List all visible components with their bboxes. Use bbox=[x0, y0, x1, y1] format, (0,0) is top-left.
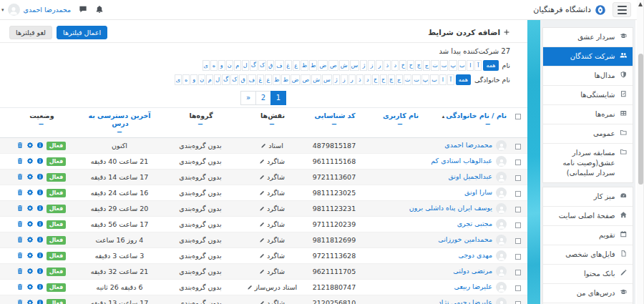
edit-enrolment-icon[interactable] bbox=[26, 252, 34, 260]
letter-filter[interactable]: م bbox=[206, 74, 213, 85]
delete-enrolment-icon[interactable] bbox=[16, 220, 24, 228]
edit-roles-icon[interactable] bbox=[259, 159, 265, 165]
column-sort-link[interactable]: نقش‌ها bbox=[260, 112, 285, 119]
hide-column-link[interactable]: − bbox=[84, 128, 155, 136]
sidebar-item[interactable]: تقویم bbox=[543, 226, 633, 245]
participant-name-link[interactable]: یوسف ایران پناه داشلی برون bbox=[409, 204, 492, 212]
letter-filter[interactable]: ا bbox=[439, 74, 447, 85]
letter-filter[interactable]: ه bbox=[182, 74, 190, 85]
letter-filter[interactable]: چ bbox=[388, 74, 395, 85]
letter-filter[interactable]: ف bbox=[275, 60, 283, 71]
user-menu-caret-icon[interactable]: ▾ bbox=[1, 7, 4, 13]
page-2-button[interactable]: 2 bbox=[255, 91, 271, 105]
sidebar-item[interactable]: مسابقه سردار عشق(وصیت نامه سردار سلیمانی… bbox=[543, 144, 633, 182]
row-checkbox[interactable] bbox=[515, 285, 521, 291]
letter-filter[interactable]: ث bbox=[404, 74, 412, 85]
sidebar-item[interactable]: بانک محتوا bbox=[543, 265, 633, 284]
edit-roles-icon[interactable] bbox=[259, 190, 265, 197]
row-checkbox[interactable] bbox=[515, 207, 521, 212]
column-sort-link[interactable]: نام کاربری bbox=[383, 112, 419, 119]
status-info-icon[interactable] bbox=[36, 299, 44, 304]
participant-name-link[interactable]: علیرضا رحیمی نژاد bbox=[439, 298, 492, 304]
participant-name-link[interactable]: سارا اونق bbox=[464, 188, 492, 196]
letter-filter[interactable]: ح bbox=[380, 74, 387, 85]
letter-filter[interactable]: پ bbox=[421, 74, 430, 85]
notifications-icon[interactable] bbox=[95, 5, 104, 14]
letter-filter[interactable]: ط bbox=[309, 60, 317, 71]
edit-roles-icon[interactable] bbox=[247, 285, 253, 291]
letter-filter[interactable]: ح bbox=[407, 60, 414, 71]
letter-filter[interactable]: ش bbox=[339, 60, 349, 71]
letter-filter[interactable]: ی bbox=[203, 60, 210, 71]
status-info-icon[interactable] bbox=[36, 205, 44, 212]
sidebar-item[interactable]: عمومی bbox=[543, 124, 633, 144]
edit-enrolment-icon[interactable] bbox=[26, 157, 34, 165]
next-page-button[interactable]: « bbox=[240, 91, 256, 105]
letter-filter[interactable]: خ bbox=[399, 60, 406, 71]
delete-enrolment-icon[interactable] bbox=[16, 189, 24, 197]
letter-filter[interactable]: ث bbox=[431, 60, 439, 71]
delete-enrolment-icon[interactable] bbox=[16, 252, 24, 260]
letter-filter[interactable]: س bbox=[350, 60, 360, 71]
column-sort-link[interactable]: آخرین دسترسی به درس bbox=[88, 112, 150, 127]
letter-filter[interactable]: خ bbox=[372, 74, 379, 85]
letter-filter[interactable]: و bbox=[218, 60, 225, 71]
letter-filter[interactable]: غ bbox=[285, 60, 292, 71]
edit-roles-icon[interactable] bbox=[259, 269, 265, 275]
edit-enrolment-icon[interactable] bbox=[26, 220, 34, 228]
sidebar-item[interactable]: نمره‌ها bbox=[543, 105, 633, 124]
status-info-icon[interactable] bbox=[36, 268, 44, 275]
letter-filter[interactable]: ب bbox=[430, 74, 439, 85]
letter-filter[interactable]: ل bbox=[214, 74, 221, 85]
letter-filter[interactable]: ی bbox=[175, 74, 182, 85]
delete-enrolment-icon[interactable] bbox=[16, 157, 24, 165]
letter-filter[interactable]: ژ bbox=[333, 74, 340, 85]
letter-filter[interactable]: ژ bbox=[360, 60, 367, 71]
letter-filter[interactable]: ک bbox=[230, 74, 238, 85]
surname-all-button[interactable]: همه bbox=[456, 74, 471, 85]
status-info-icon[interactable] bbox=[36, 189, 44, 197]
letter-filter[interactable]: و bbox=[190, 74, 197, 85]
participant-name-link[interactable]: محمدرضا احمدی bbox=[444, 141, 492, 149]
edit-enrolment-icon[interactable] bbox=[26, 268, 34, 275]
row-checkbox[interactable] bbox=[515, 238, 521, 244]
letter-filter[interactable]: ذ bbox=[384, 60, 391, 71]
letter-filter[interactable]: م bbox=[234, 60, 241, 71]
sidebar-item[interactable]: صفحهٔ اصلی سایت bbox=[543, 207, 633, 226]
edit-enrolment-icon[interactable] bbox=[26, 142, 34, 149]
sidebar-item[interactable]: مدال‌ها bbox=[543, 67, 633, 86]
letter-filter[interactable]: ر bbox=[376, 60, 383, 71]
row-checkbox[interactable] bbox=[515, 144, 521, 149]
edit-roles-icon[interactable] bbox=[259, 175, 265, 181]
select-all-checkbox[interactable] bbox=[515, 114, 521, 119]
letter-filter[interactable]: ز bbox=[341, 74, 348, 85]
letter-filter[interactable]: د bbox=[391, 60, 399, 71]
delete-enrolment-icon[interactable] bbox=[16, 283, 24, 291]
letter-filter[interactable]: ل bbox=[242, 60, 249, 71]
letter-filter[interactable]: ر bbox=[348, 74, 356, 85]
column-sort-link[interactable]: نام / نام خانوادگی bbox=[446, 112, 507, 119]
column-sort-link[interactable]: گروه‌ها bbox=[189, 112, 213, 119]
letter-filter[interactable]: ج bbox=[396, 74, 403, 85]
hide-column-link[interactable]: − bbox=[371, 120, 429, 128]
letter-filter[interactable]: ک bbox=[258, 60, 266, 71]
letter-filter[interactable]: ق bbox=[239, 74, 246, 85]
letter-filter[interactable]: ج bbox=[423, 60, 430, 71]
hide-column-link[interactable]: − bbox=[434, 120, 507, 128]
status-info-icon[interactable] bbox=[36, 173, 44, 181]
letter-filter[interactable]: آ bbox=[474, 60, 482, 71]
letter-filter[interactable]: ط bbox=[281, 74, 289, 85]
letter-filter[interactable]: ب bbox=[458, 60, 467, 71]
sidebar-item[interactable]: میز کار bbox=[543, 187, 633, 207]
status-info-icon[interactable] bbox=[36, 236, 44, 244]
participant-name-link[interactable]: مرتضی دولتی bbox=[453, 267, 492, 275]
vertical-scrollbar[interactable] bbox=[637, 0, 644, 304]
row-checkbox[interactable] bbox=[515, 301, 521, 304]
edit-enrolment-icon[interactable] bbox=[26, 236, 34, 244]
letter-filter[interactable]: ذ bbox=[356, 74, 364, 85]
participant-name-link[interactable]: مهدی دوجی bbox=[458, 251, 492, 259]
letter-filter[interactable]: گ bbox=[222, 74, 230, 85]
letter-filter[interactable]: ن bbox=[198, 74, 205, 85]
letter-filter[interactable]: پ bbox=[449, 60, 457, 71]
column-sort-link[interactable]: کد شناسایی bbox=[314, 112, 355, 119]
